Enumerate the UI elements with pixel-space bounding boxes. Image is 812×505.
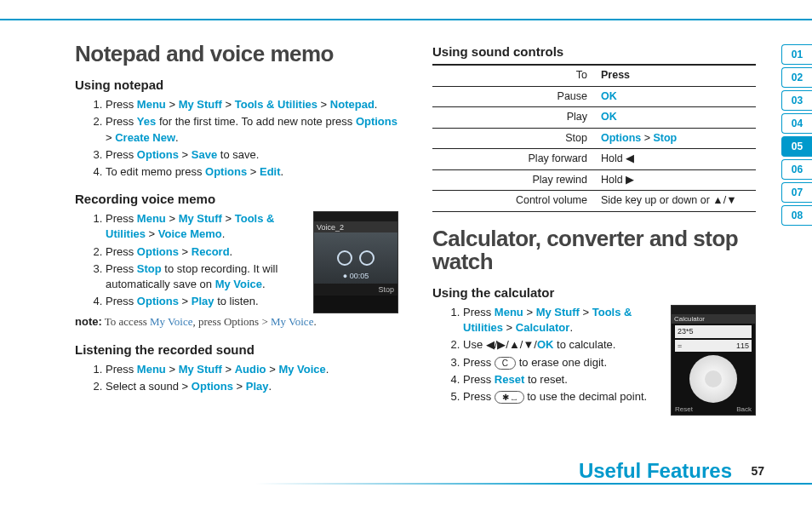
menu-link: My Stuff — [179, 98, 222, 111]
menu-link: Options — [137, 245, 179, 258]
cell: Play — [432, 107, 594, 129]
text: 115 — [736, 341, 749, 352]
list-item: To edit memo press Options > Edit. — [106, 164, 398, 180]
cell: Play forward — [432, 149, 594, 170]
softkey-left: Reset — [675, 405, 693, 415]
cell: Stop — [432, 128, 594, 149]
menu-link: My Voice — [215, 278, 262, 290]
table-row: PlayOK — [432, 107, 756, 129]
menu-link: My Voice — [271, 315, 313, 328]
phone-statusbar — [314, 212, 397, 222]
tab-06[interactable]: 06 — [781, 159, 812, 180]
list-item: Select a sound > Options > Play. — [106, 379, 398, 394]
menu-link: Menu — [137, 98, 166, 111]
tape-graphic: ● 00:05 — [314, 232, 397, 284]
softkey-right: Back — [736, 405, 752, 415]
note: note: To access My Voice, press Options … — [75, 314, 398, 330]
text: . — [326, 363, 329, 376]
subhead-using-calculator: Using the calculator — [432, 284, 756, 301]
tab-01[interactable]: 01 — [781, 44, 812, 65]
tab-07[interactable]: 07 — [781, 182, 812, 203]
list-item: Press Menu > My Stuff > Audio > My Voice… — [106, 362, 398, 377]
text: to save. — [217, 148, 259, 161]
record-time: ● 00:05 — [343, 271, 369, 282]
text: . — [230, 245, 233, 258]
menu-link: My Voice — [150, 315, 192, 328]
phone-statusbar — [672, 306, 755, 314]
left-column: Notepad and voice memo Using notepad Pre… — [75, 43, 398, 416]
menu-link: Menu — [137, 212, 166, 225]
menu-link: My Voice — [278, 363, 325, 376]
cell: Control volume — [432, 191, 594, 212]
menu-link: OK — [537, 338, 554, 351]
phone-title: Calculator — [672, 314, 755, 324]
text: Press — [463, 390, 495, 403]
tab-02[interactable]: 02 — [781, 67, 812, 88]
menu-link: OK — [601, 111, 617, 123]
text: Select a sound > — [106, 380, 192, 393]
calculator-screenshot: Calculator 23*5 =115 ResetBack — [671, 305, 756, 416]
menu-link: Options — [137, 148, 179, 161]
table-row: PauseOK — [432, 86, 756, 107]
col-press: Press — [594, 65, 756, 86]
text: . — [262, 278, 266, 290]
text: Press — [106, 148, 137, 161]
text: Press — [106, 98, 137, 111]
menu-link: Options — [192, 380, 233, 393]
subhead-using-notepad: Using notepad — [75, 76, 398, 94]
cell: Pause — [432, 86, 594, 107]
menu-link: Reset — [495, 373, 524, 386]
tab-04[interactable]: 04 — [781, 113, 812, 134]
menu-link: Yes — [137, 115, 156, 128]
top-rule — [0, 19, 812, 20]
menu-link: Stop — [653, 132, 677, 144]
table-row: Play rewindHold ▶ — [432, 169, 756, 191]
cell: Side key up or down or ▲/▼ — [594, 191, 756, 212]
text: . — [569, 321, 573, 334]
table-row: Control volumeSide key up or down or ▲/▼ — [432, 191, 756, 212]
menu-link: OK — [601, 90, 617, 102]
text: Press — [106, 363, 137, 376]
list-item: Press Yes for the first time. To add new… — [106, 114, 398, 145]
menu-link: Menu — [137, 363, 166, 376]
heading-notepad-voice: Notepad and voice memo — [75, 43, 398, 66]
calc-display-line: =115 — [675, 340, 752, 353]
note-label: note: — [75, 315, 102, 328]
text: . — [222, 227, 226, 240]
text: Press — [106, 212, 137, 225]
subhead-recording-voice: Recording voice memo — [75, 190, 398, 208]
page-number: 57 — [751, 464, 764, 478]
text: to use the decimal point. — [524, 390, 648, 403]
dial-center-icon — [705, 370, 722, 387]
tab-03[interactable]: 03 — [781, 90, 812, 111]
heading-calculator: Calculator, converter and stop watch — [432, 227, 756, 274]
steps-using-notepad: Press Menu > My Stuff > Tools & Utilitie… — [75, 97, 398, 180]
menu-link: Options — [356, 115, 397, 128]
cell: Hold ▶ — [594, 169, 756, 191]
text: . — [269, 380, 272, 393]
tab-08[interactable]: 08 — [781, 205, 812, 226]
menu-link: Create New — [115, 131, 175, 144]
text: = — [678, 341, 682, 352]
subhead-sound-controls: Using sound controls — [432, 43, 756, 60]
menu-link: Save — [192, 148, 217, 161]
menu-link: Play — [192, 295, 214, 307]
menu-link: Stop — [137, 262, 162, 275]
cell: Hold ◀ — [594, 149, 756, 170]
text: Press — [106, 295, 137, 307]
tab-05[interactable]: 05 — [781, 136, 812, 157]
text: Press — [463, 356, 495, 369]
tape-reel-icon — [359, 250, 375, 266]
text: Press — [463, 373, 495, 386]
page-footer: Useful Features 57 — [0, 459, 812, 493]
text: . — [281, 165, 284, 178]
section-title: Useful Features — [574, 459, 737, 483]
text: , press — [192, 315, 223, 328]
text: for the first time. To add new note pres… — [156, 115, 356, 128]
text: Options — [224, 315, 259, 328]
menu-link: My Stuff — [179, 363, 222, 376]
steps-listening: Press Menu > My Stuff > Audio > My Voice… — [75, 362, 398, 394]
phone-softkeys: ResetBack — [672, 405, 755, 415]
menu-link: Record — [192, 245, 230, 258]
menu-link: Calculator — [516, 321, 570, 334]
